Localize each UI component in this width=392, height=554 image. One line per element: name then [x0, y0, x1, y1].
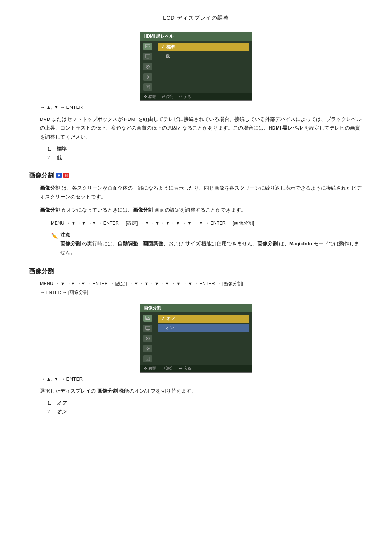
footer-move: ❖ 移動 — [144, 94, 156, 99]
hdmi-menu-box: HDMI 黒レベル ✓標準 — [140, 32, 252, 101]
image-split-ph-desc2: 画像分割 がオンになっているときには、画像分割 画面の設定を調整することができま… — [40, 206, 363, 214]
footer-back: ↩ 戻る — [179, 94, 191, 99]
badge-h: H — [63, 173, 69, 178]
hdmi-option-2: 2. 低 — [29, 155, 363, 161]
note-icon: ✏️ — [51, 231, 58, 242]
svg-point-5 — [147, 66, 148, 67]
svg-point-21 — [147, 347, 148, 348]
svg-point-22 — [147, 350, 148, 350]
image-split-description: 選択したディスプレイの 画像分割 機能のオン/オフを切り替えます。 — [29, 387, 363, 395]
hdmi-option-2-label: 低 — [57, 155, 62, 160]
note-text: 注意 画像分割 の実行時には、自動調整、画面調整、および サイズ 機能は使用でき… — [60, 231, 363, 257]
svg-point-20 — [147, 348, 148, 349]
image-split-ph-menu-path: MENU → ▼ →▼ →▼ → ENTER → [設定] → ▼→ ▼→ ▼→… — [40, 219, 363, 228]
hdmi-menu-sidebar — [140, 41, 155, 93]
hdmi-bold-label: HDMI 黒レベル — [269, 125, 303, 131]
note-block: ✏️ 注意 画像分割 の実行時には、自動調整、画面調整、および サイズ 機能は使… — [51, 231, 363, 257]
split-option-2-label: オン — [57, 409, 67, 414]
hdmi-option-1: 1. 標準 — [29, 146, 363, 152]
image-split-menu-path: MENU → ▼ →▼ →▼ → ENTER → [設定] → ▼→ ▼→ ▼→… — [29, 280, 363, 297]
svg-point-6 — [147, 76, 148, 78]
image-split-nav-hint: → ▲, ▼ → ENTER — [29, 376, 363, 382]
menu-icon-picture — [143, 43, 152, 50]
image-split-ph-heading: 画像分割 P H — [29, 171, 363, 180]
svg-rect-15 — [145, 326, 150, 330]
hdmi-menu-footer: ❖ 移動 ⏎ 決定 ↩ 戻る — [140, 93, 252, 100]
split-menu-icon-sound — [143, 335, 152, 342]
image-split-menu-sidebar — [140, 312, 155, 365]
svg-point-7 — [147, 75, 148, 76]
split-footer-enter: ⏎ 決定 — [162, 366, 174, 371]
badge-group: P H — [56, 173, 69, 178]
split-footer-move: ❖ 移動 — [144, 366, 156, 371]
page-title: LCD ディスプレイの調整 — [29, 15, 363, 25]
split-menu-icon-settings — [143, 345, 152, 352]
split-option-1-label: オフ — [57, 400, 67, 406]
image-split-ph-title: 画像分割 — [29, 171, 54, 180]
svg-rect-25 — [146, 357, 150, 361]
footer-enter: ⏎ 決定 — [162, 94, 174, 99]
image-split-ph-desc1: 画像分割 は、各スクリーンが画面全体の一部になるように表示したり、同じ画像を各ス… — [40, 184, 363, 202]
split-footer-back: ↩ 戻る — [179, 366, 191, 371]
image-split-heading: 画像分割 — [29, 267, 363, 275]
split-option-off: ✓オフ — [158, 315, 249, 323]
image-split-menu-content: ✓オフ オン — [155, 312, 252, 365]
svg-rect-11 — [146, 85, 150, 89]
svg-point-23 — [146, 348, 146, 349]
menu-icon-display — [143, 53, 152, 60]
split-menu-icon-display — [143, 325, 152, 332]
svg-point-9 — [146, 77, 146, 77]
hdmi-menu-title: HDMI 黒レベル — [140, 32, 252, 41]
menu-icon-info — [143, 83, 152, 91]
svg-point-10 — [149, 77, 150, 77]
svg-rect-1 — [145, 54, 150, 58]
image-split-menu-title: 画像分割 — [140, 304, 252, 312]
split-menu-icon-picture — [143, 315, 152, 322]
svg-point-8 — [147, 78, 148, 79]
svg-point-19 — [147, 338, 148, 339]
badge-p: P — [56, 173, 62, 178]
hdmi-menu-content: ✓標準 低 — [155, 41, 252, 93]
menu-icon-settings — [143, 73, 152, 81]
split-option-2: 2. オン — [29, 409, 363, 415]
hdmi-option-1-label: 標準 — [57, 146, 67, 152]
bottom-divider — [29, 430, 363, 430]
image-split-menu-footer: ❖ 移動 ⏎ 決定 ↩ 戻る — [140, 365, 252, 372]
hdmi-option-standard: ✓標準 — [158, 43, 249, 51]
image-split-menu-image: 画像分割 ✓オフ オン — [29, 304, 363, 373]
image-split-title: 画像分割 — [29, 267, 54, 275]
menu-icon-sound — [143, 63, 152, 70]
hdmi-menu-image: HDMI 黒レベル ✓標準 — [29, 32, 363, 101]
svg-point-24 — [149, 348, 150, 349]
hdmi-option-low: 低 — [158, 52, 249, 60]
split-option-1: 1. オフ — [29, 400, 363, 406]
hdmi-nav-hint: → ▲, ▼ → ENTER — [29, 104, 363, 110]
hdmi-description: DVD またはセットトップボックスが HDMI を経由してテレビに接続されている… — [29, 115, 363, 141]
split-menu-icon-info — [143, 355, 152, 362]
split-option-on: オン — [158, 324, 249, 332]
image-split-menu-box: 画像分割 ✓オフ オン — [140, 304, 252, 373]
